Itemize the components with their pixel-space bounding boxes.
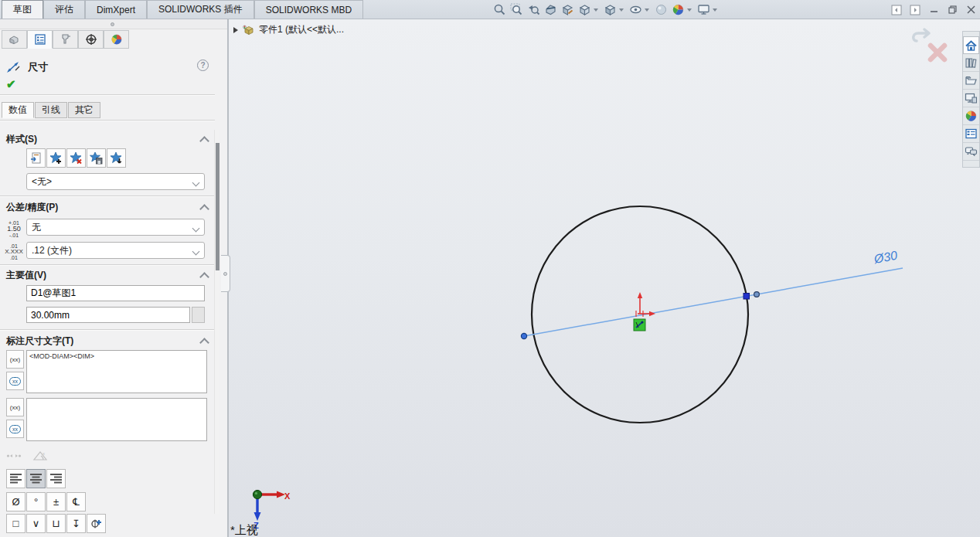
dimension-handle-point[interactable] [744,294,750,300]
task-pane-forum-icon[interactable] [963,143,979,161]
tab-dimxpert[interactable]: DimXpert [85,0,147,19]
configuration-manager-tab[interactable] [53,30,78,49]
tab-other[interactable]: 其它 [68,102,100,118]
load-style-button[interactable] [107,148,126,168]
task-pane-home-icon[interactable] [963,36,979,54]
panel-scrollbar[interactable] [214,130,219,514]
justify-center-button[interactable] [26,469,46,488]
ok-button[interactable]: ✔ [6,77,16,90]
style-select[interactable]: <无> [26,173,205,190]
tab-addins[interactable]: SOLIDWORKS 插件 [147,0,254,19]
tab-evaluate[interactable]: 评估 [43,0,85,19]
dimxpert-manager-tab[interactable] [78,30,104,49]
depth-symbol-button[interactable]: ↧ [66,514,86,533]
task-pane-custom-properties-icon[interactable] [963,125,979,143]
countersink-glyph: ∨ [32,518,40,529]
counterbore-symbol-button[interactable]: ⊔ [46,514,66,533]
dimension-value-input[interactable] [26,307,190,323]
tab-addins-label: SOLIDWORKS 插件 [158,3,243,16]
degree-symbol-button[interactable]: ° [26,492,46,512]
task-pane-design-library-icon[interactable] [963,54,979,72]
dimension-endpoint-left[interactable] [521,333,526,338]
edit-appearance-icon[interactable] [653,2,669,18]
diameter-symbol-button[interactable]: Ø [6,492,26,512]
dimension-leader-line[interactable] [524,268,903,336]
tolerance-select[interactable]: 无 [26,219,205,236]
dimension-text-area-secondary[interactable] [26,398,207,441]
hide-show-items-icon[interactable] [628,2,643,18]
save-style-button[interactable] [87,148,106,168]
coincident-constraint-badge[interactable] [634,319,645,331]
sketch-origin-icon[interactable] [636,292,655,317]
value-spinner[interactable] [192,307,205,323]
prec-main: X.XXX [4,249,24,255]
add-parenthesis-button-2[interactable]: (xx) [6,398,24,416]
precision-select[interactable]: .12 (文件) [26,242,205,259]
sketch-circle[interactable] [532,206,748,423]
apply-scene-icon[interactable] [670,2,686,18]
minimize-button[interactable] [927,4,940,16]
display-style-icon[interactable] [602,2,618,18]
justify-right-button[interactable] [46,469,66,488]
dimension-text-area[interactable]: <MOD-DIAM><DIM> [26,350,207,393]
view-settings-icon[interactable] [696,2,711,18]
collapse-dimension-text-icon[interactable] [201,338,207,344]
primary-value-section-header[interactable]: 主要值(V) [6,269,215,281]
dimension-endpoint-right[interactable] [754,292,760,297]
tab-value[interactable]: 数值 [2,102,34,118]
feature-manager-tab[interactable] [2,30,27,49]
justify-left-button[interactable] [6,469,26,488]
collapse-tolerance-icon[interactable] [201,204,207,210]
tab-leaders[interactable]: 引线 [35,102,67,118]
add-parenthesis-button[interactable]: (xx) [6,350,24,369]
sketch-canvas[interactable]: Ø30 X Z *上视 [229,19,980,537]
collapse-right-pane-icon[interactable] [909,4,921,16]
centerline-symbol-button[interactable]: ℄ [66,492,86,512]
task-pane-view-palette-icon[interactable] [963,90,979,107]
add-style-button[interactable] [46,148,66,168]
graphics-area[interactable]: 零件1 (默认<<默认... Ø30 [229,19,980,537]
inspection-dimension-button-2[interactable]: xx [6,420,24,438]
delete-style-button[interactable] [66,148,86,168]
divider [0,329,215,330]
plus-minus-glyph: ± [53,496,59,508]
previous-view-icon[interactable] [526,2,541,18]
panel-splitter-handle[interactable] [221,255,230,292]
task-pane-tabs [962,31,980,168]
tab-sketch[interactable]: 草图 [2,0,43,19]
zoom-to-fit-icon[interactable] [492,2,507,18]
display-manager-tab[interactable] [104,30,129,49]
help-icon[interactable]: ? [197,59,209,71]
task-pane-file-explorer-icon[interactable] [963,72,979,90]
collapse-style-icon[interactable] [201,136,207,142]
collapse-left-pane-icon[interactable] [890,4,903,16]
dimension-name-input[interactable] [26,285,205,301]
plus-minus-symbol-button[interactable]: ± [46,492,66,512]
section-view-icon[interactable] [543,2,558,18]
inspection-dimension-button[interactable]: xx [6,372,24,390]
display-style-dropdown-icon[interactable] [619,8,624,12]
task-pane-appearances-icon[interactable] [963,107,979,125]
3d-drawing-view-icon[interactable] [560,2,575,18]
square-symbol-button[interactable]: □ [6,514,26,533]
scrollbar-thumb[interactable] [216,143,219,270]
tab-mbd[interactable]: SOLIDWORKS MBD [254,0,363,19]
collapse-primary-icon[interactable] [201,272,207,278]
view-orientation-dropdown-icon[interactable] [594,8,598,12]
style-section-header[interactable]: 样式(S) [6,133,215,145]
countersink-symbol-button[interactable]: ∨ [26,514,46,533]
command-manager-grip[interactable] [0,19,227,29]
hide-show-items-dropdown-icon[interactable] [645,8,649,12]
more-symbols-button[interactable] [87,514,106,533]
apply-default-attributes-button[interactable] [26,148,46,168]
apply-scene-dropdown-icon[interactable] [687,8,692,12]
tolerance-section-header[interactable]: 公差/精度(P) [6,201,215,213]
view-settings-dropdown-icon[interactable] [713,8,717,12]
view-orientation-icon[interactable] [577,2,592,18]
close-button[interactable] [965,4,977,16]
property-manager-tab[interactable] [27,30,53,49]
dimension-value-label[interactable]: Ø30 [872,249,898,266]
zoom-to-area-icon[interactable] [509,2,524,18]
dimension-text-section-header[interactable]: 标注尺寸文字(T) [6,335,215,347]
restore-button[interactable] [946,4,958,16]
